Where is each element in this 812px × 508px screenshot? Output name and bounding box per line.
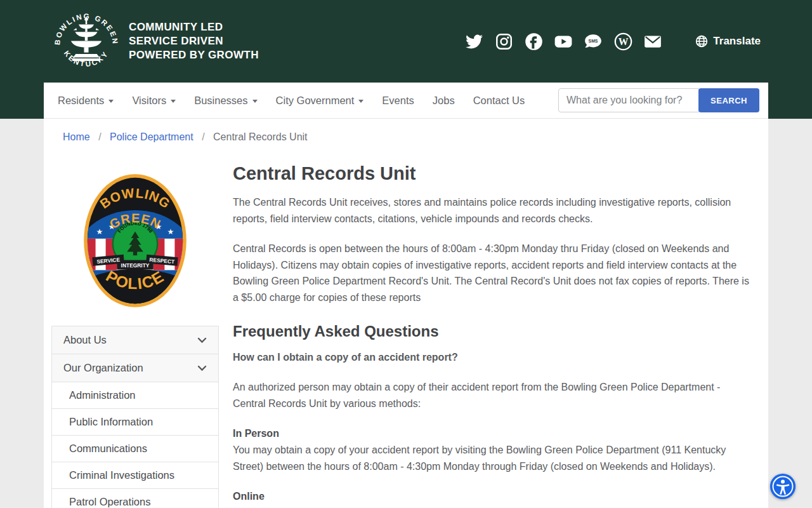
instagram-icon xyxy=(495,33,513,50)
nav-item-visitors[interactable]: Visitors xyxy=(132,95,176,107)
nav-label: Events xyxy=(382,95,414,107)
nav-item-events[interactable]: Events xyxy=(382,95,414,107)
svg-text:W: W xyxy=(619,36,629,47)
chevron-down-icon xyxy=(358,100,363,103)
sidebar-item-label: Administration xyxy=(69,389,136,401)
translate-label: Translate xyxy=(713,35,761,48)
in-person-label: In Person xyxy=(233,425,756,442)
social-link-instagram[interactable] xyxy=(494,32,513,51)
sidebar: ★★ ★★ FOUNDED 1798 xyxy=(51,162,219,508)
site-tagline: COMMUNITY LED SERVICE DRIVEN POWERED BY … xyxy=(129,20,259,62)
social-link-youtube[interactable] xyxy=(554,32,573,51)
main-content: Central Records Unit The Central Records… xyxy=(233,162,761,508)
breadcrumb-current: Central Records Unit xyxy=(213,131,308,142)
in-person-section: In Person You may obtain a copy of your … xyxy=(233,425,756,474)
accessibility-icon xyxy=(770,474,796,499)
nav-item-city-government[interactable]: City Government xyxy=(276,95,364,107)
sidebar-item-communications[interactable]: Communications xyxy=(51,436,219,462)
social-link-wordpress[interactable]: W xyxy=(613,32,632,51)
nav-label: Jobs xyxy=(433,95,455,107)
search-input[interactable] xyxy=(558,88,699,112)
sidebar-item-criminal-investigations[interactable]: Criminal Investigations xyxy=(51,462,219,489)
svg-text:SMS: SMS xyxy=(589,39,598,43)
nav-item-contact-us[interactable]: Contact Us xyxy=(473,95,525,107)
sidebar-item-patrol-operations[interactable]: Patrol Operations xyxy=(51,489,219,508)
sidebar-item-our-organization[interactable]: Our Organization xyxy=(51,354,219,382)
twitter-icon xyxy=(466,33,483,50)
tagline-line-2: SERVICE DRIVEN xyxy=(129,34,259,48)
in-person-text: You may obtain a copy of your accident r… xyxy=(233,444,726,472)
chevron-down-icon xyxy=(171,100,176,103)
globe-icon xyxy=(695,35,708,48)
social-link-sms[interactable]: SMS xyxy=(584,32,603,51)
intro-paragraph-2: Central Records is open between the hour… xyxy=(233,241,756,305)
sidebar-item-label: Public Information xyxy=(69,416,153,427)
breadcrumb-separator: / xyxy=(202,131,204,142)
sidebar-item-label: Criminal Investigations xyxy=(69,469,174,481)
social-link-twitter[interactable] xyxy=(464,32,483,51)
online-section: Online Citizens may also receive a copy … xyxy=(233,488,756,508)
accessibility-button[interactable] xyxy=(770,474,796,499)
chevron-down-icon xyxy=(108,100,114,103)
chevron-down-icon xyxy=(252,100,258,103)
intro-paragraph-1: The Central Records Unit receives, store… xyxy=(233,194,756,227)
nav-label: Businesses xyxy=(194,95,247,107)
sms-icon: SMS xyxy=(584,32,603,51)
breadcrumb: Home / Police Department / Central Recor… xyxy=(51,119,761,149)
nav-label: Contact Us xyxy=(473,95,525,107)
faq-section-title: Frequently Asked Questions xyxy=(233,323,756,340)
sidebar-item-about-us[interactable]: About Us xyxy=(51,326,219,354)
sidebar-menu: About Us Our Organization Administration… xyxy=(51,326,219,508)
online-label: Online xyxy=(233,488,756,505)
tagline-line-3: POWERED BY GROWTH xyxy=(129,48,259,62)
nav-label: City Government xyxy=(276,95,355,107)
police-badge: ★★ ★★ FOUNDED 1798 xyxy=(79,170,191,312)
fountain-glyph xyxy=(71,17,102,61)
faq-question: How can I obtain a copy of an accident r… xyxy=(233,349,756,366)
chevron-down-icon xyxy=(197,337,207,344)
social-link-email[interactable] xyxy=(643,32,662,51)
nav-label: Visitors xyxy=(132,95,166,107)
nav-band: Residents Visitors Businesses City Gover… xyxy=(0,83,812,119)
nav-item-residents[interactable]: Residents xyxy=(58,95,114,107)
sidebar-item-label: Patrol Operations xyxy=(69,496,150,507)
fountain-icon: BOWLING GREEN KENTUCKY xyxy=(54,9,119,74)
svg-text:★: ★ xyxy=(96,227,103,236)
breadcrumb-police-department[interactable]: Police Department xyxy=(110,131,193,142)
tagline-line-1: COMMUNITY LED xyxy=(129,20,259,34)
nav-item-businesses[interactable]: Businesses xyxy=(194,95,257,107)
youtube-icon xyxy=(554,32,573,51)
faq-answer: An authorized person may obtain a copy o… xyxy=(233,379,756,411)
sidebar-item-administration[interactable]: Administration xyxy=(51,382,219,409)
breadcrumb-separator: / xyxy=(98,131,101,142)
chevron-down-icon xyxy=(197,365,207,371)
social-link-facebook[interactable] xyxy=(524,32,543,51)
content-container: Home / Police Department / Central Recor… xyxy=(44,119,768,508)
sidebar-item-public-information[interactable]: Public Information xyxy=(51,409,219,436)
sidebar-item-label: Our Organization xyxy=(63,362,143,374)
svg-text:★: ★ xyxy=(167,227,174,236)
sidebar-item-label: About Us xyxy=(63,334,107,346)
police-badge-icon: ★★ ★★ FOUNDED 1798 xyxy=(79,170,191,312)
badge-banner-center: INTEGRITY xyxy=(121,262,150,269)
site-logo[interactable]: BOWLING GREEN KENTUCKY xyxy=(54,9,119,74)
facebook-icon xyxy=(525,32,543,51)
breadcrumb-home[interactable]: Home xyxy=(63,131,90,142)
site-header: BOWLING GREEN KENTUCKY xyxy=(0,0,812,83)
main-navigation: Residents Visitors Businesses City Gover… xyxy=(44,83,768,119)
nav-label: Residents xyxy=(58,95,104,107)
sidebar-item-label: Communications xyxy=(69,443,147,454)
translate-button[interactable]: Translate xyxy=(695,35,761,48)
page-title: Central Records Unit xyxy=(233,163,756,184)
search-button[interactable]: SEARCH xyxy=(698,88,759,112)
email-icon xyxy=(643,32,662,51)
nav-item-jobs[interactable]: Jobs xyxy=(433,95,455,107)
wordpress-icon: W xyxy=(614,32,632,51)
